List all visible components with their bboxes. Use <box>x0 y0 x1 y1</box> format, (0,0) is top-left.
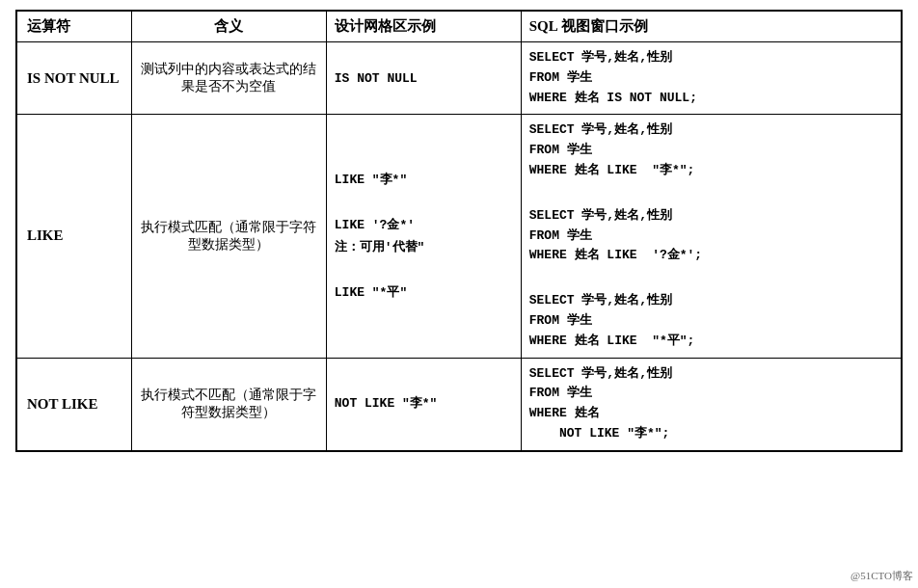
row-like: LIKE 执行模式匹配（通常限于字符型数据类型） LIKE "李*" LIKE … <box>16 115 902 358</box>
row-not-like: NOT LIKE 执行模式不匹配（通常限于字符型数据类型） NOT LIKE "… <box>16 358 902 451</box>
meaning-is-not-null: 测试列中的内容或表达式的结果是否不为空值 <box>131 42 326 115</box>
row-is-not-null: IS NOT NULL 测试列中的内容或表达式的结果是否不为空值 IS NOT … <box>16 42 902 115</box>
header-row: 运算符 含义 设计网格区示例 SQL 视图窗口示例 <box>16 11 902 42</box>
operator-not-like: NOT LIKE <box>16 358 131 451</box>
main-table-wrapper: 运算符 含义 设计网格区示例 SQL 视图窗口示例 IS NOT NULL 测试… <box>15 10 903 452</box>
design-not-like: NOT LIKE "李*" <box>326 358 521 451</box>
meaning-not-like: 执行模式不匹配（通常限于字符型数据类型） <box>131 358 326 451</box>
sql-operators-table: 运算符 含义 设计网格区示例 SQL 视图窗口示例 IS NOT NULL 测试… <box>15 10 903 452</box>
watermark: @51CTO博客 <box>850 569 913 583</box>
sql-like: SELECT 学号,姓名,性别 FROM 学生 WHERE 姓名 LIKE "李… <box>521 115 902 358</box>
sql-is-not-null: SELECT 学号,姓名,性别 FROM 学生 WHERE 姓名 IS NOT … <box>521 42 902 115</box>
meaning-like: 执行模式匹配（通常限于字符型数据类型） <box>131 115 326 358</box>
header-operator: 运算符 <box>16 11 131 42</box>
header-meaning: 含义 <box>131 11 326 42</box>
sql-not-like: SELECT 学号,姓名,性别 FROM 学生 WHERE 姓名 NOT LIK… <box>521 358 902 451</box>
header-design: 设计网格区示例 <box>326 11 521 42</box>
design-is-not-null: IS NOT NULL <box>326 42 521 115</box>
design-like: LIKE "李*" LIKE '?金*' 注：可用'代替" LIKE "*平" <box>326 115 521 358</box>
operator-is-not-null: IS NOT NULL <box>16 42 131 115</box>
operator-like: LIKE <box>16 115 131 358</box>
header-sql: SQL 视图窗口示例 <box>521 11 902 42</box>
